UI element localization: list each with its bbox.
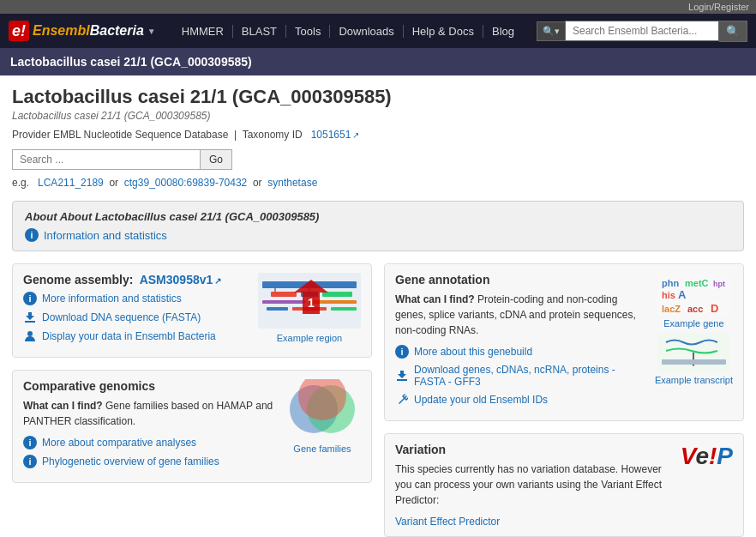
example-gene-link[interactable]: Example gene [663,318,723,329]
genome-assembly-inner: Genome assembly: ASM30958v1 i More infor… [23,273,361,348]
about-title: About About Lactobacillus casei 21/1 (GC… [25,210,731,223]
example-or-1: or [109,177,118,189]
svg-point-1 [27,331,33,336]
vel-logo: Ve!P [681,443,733,470]
svg-text:A: A [678,288,687,301]
gene-update-link-row: Update your old Ensembl IDs [395,393,646,407]
gene-annotation-content: Gene annotation What can I find? Protein… [395,273,646,412]
comparative-phylo-icon: i [23,455,37,468]
nav-blast[interactable]: BLAST [233,25,286,38]
gene-update-link[interactable]: Update your old Ensembl IDs [414,394,548,406]
vep-link[interactable]: Variant Effect Predictor [395,516,500,528]
gene-annotation-inner: Gene annotation What can I find? Protein… [395,273,733,412]
search-go-button[interactable]: Go [201,149,232,170]
annotation-arrow-badge: 1 [294,280,328,318]
genome-assembly-title: Genome assembly: ASM30958v1 [23,273,249,287]
gene-download-icon [395,369,409,383]
logo-dropdown-arrow[interactable]: ▼ [147,27,156,36]
comparative-phylo-link-row: i Phylogenetic overview of gene families [23,455,275,468]
assembly-display-link[interactable]: Display your data in Ensembl Bacteria [42,330,216,342]
svg-rect-0 [25,321,35,323]
example-gene-svg: phn metC hpt his A lacZ acc D [657,273,730,316]
nav-hmmer[interactable]: HMMER [173,25,233,38]
comparative-genomics-image: Gene families [284,379,361,455]
gene-download-link[interactable]: Download genes, cDNAs, ncRNA, proteins -… [414,364,646,388]
gene-annotation-section: Gene annotation What can I find? Protein… [384,263,744,421]
svg-text:D: D [711,302,718,315]
svg-rect-19 [397,379,407,381]
svg-text:lacZ: lacZ [662,304,681,314]
gene-annotation-images: phn metC hpt his A lacZ acc D Example ge… [655,273,733,385]
example-link-3[interactable]: synthetase [267,177,317,189]
variation-inner: Variation This species currently has no … [395,443,733,528]
search-row: Go [12,149,744,170]
assembly-download-link[interactable]: Download DNA sequence (FASTA) [42,311,201,323]
page-subtitle: Lactobacillus casei 21/1 (GCA_000309585) [12,110,744,122]
comparative-info-link[interactable]: More about comparative analyses [42,437,196,449]
taxonomy-id-link[interactable]: 1051651 [311,129,360,141]
about-info-link[interactable]: Information and statistics [44,229,167,242]
assembly-info-link[interactable]: More information and statistics [42,293,182,305]
gene-info-link[interactable]: More about this genebuild [414,346,532,358]
gene-families-venn [284,379,361,439]
nav-search-icon: 🔍▾ [537,21,565,41]
nav-search-button[interactable]: 🔍 [719,21,747,42]
variation-content: Variation This species currently has no … [395,443,672,528]
variation-title: Variation [395,443,672,456]
search-input[interactable] [12,149,201,170]
example-links: e.g. LCA211_2189 or ctg39_00080:69839-70… [12,177,744,189]
logo-area[interactable]: e! EnsemblBacteria ▼ [9,21,156,41]
assembly-display-link-row: Display your data in Ensembl Bacteria [23,329,249,343]
svg-text:hpt: hpt [713,280,725,288]
example-link-1[interactable]: LCA211_2189 [38,177,104,189]
svg-rect-32 [662,359,726,365]
gene-what-text: What can I find? Protein-coding and non-… [395,292,646,338]
assembly-download-link-row: Download DNA sequence (FASTA) [23,311,249,324]
genome-assembly-content: Genome assembly: ASM30958v1 i More infor… [23,273,249,348]
svg-rect-4 [271,292,297,297]
comparative-genomics-inner: Comparative genomics What can I find? Ge… [23,379,361,474]
breadcrumb-bar: Lactobacillus casei 21/1 (GCA_000309585) [0,48,756,75]
genome-assembly-section: Genome assembly: ASM30958v1 i More infor… [12,263,372,358]
about-info-link-row: i Information and statistics [25,228,731,242]
svg-text:phn: phn [662,278,679,288]
gene-what-label: What can I find? [395,293,475,305]
example-transcript-link[interactable]: Example transcript [655,375,733,385]
comparative-what-text: What can I find? Gene families based on … [23,398,275,429]
nav-help-docs[interactable]: Help & Docs [404,25,483,38]
nav-links: HMMER BLAST Tools Downloads Help & Docs … [173,25,537,38]
logo-icon: e! [9,21,29,41]
comparative-phylo-link[interactable]: Phylogenetic overview of gene families [42,456,219,468]
gene-download-link-row: Download genes, cDNAs, ncRNA, proteins -… [395,364,646,388]
comparative-genomics-title: Comparative genomics [23,379,275,393]
svg-rect-11 [331,307,357,311]
left-column: Genome assembly: ASM30958v1 i More infor… [12,263,372,537]
assembly-name-link[interactable]: ASM30958v1 [140,273,222,287]
login-register-link[interactable]: Login/Register [688,2,749,12]
example-link-2[interactable]: ctg39_00080:69839-70432 [124,177,247,189]
page-title: Lactobacillus casei 21/1 (GCA_000309585) [12,86,744,108]
genome-assembly-image: 1 Example region [258,273,361,343]
assembly-info-icon: i [23,292,37,305]
nav-downloads[interactable]: Downloads [330,25,403,38]
gene-info-link-row: i More about this genebuild [395,345,646,359]
breadcrumb-text: Lactobacillus casei 21/1 (GCA_000309585) [10,55,252,69]
nav-tools[interactable]: Tools [286,25,330,38]
assembly-person-icon [23,329,37,343]
right-column: Gene annotation What can I find? Protein… [384,263,744,537]
gene-info-icon: i [395,345,409,359]
nav-search: 🔍▾ 🔍 [537,21,747,42]
main-nav: e! EnsemblBacteria ▼ HMMER BLAST Tools D… [0,14,756,48]
main-content: Lactobacillus casei 21/1 (GCA_000309585)… [0,75,756,537]
gene-families-link[interactable]: Gene families [293,443,351,454]
example-region-link[interactable]: Example region [277,333,342,343]
nav-blog[interactable]: Blog [483,25,523,38]
variation-section: Variation This species currently has no … [384,433,744,537]
nav-search-input[interactable] [565,21,719,41]
assembly-download-icon [23,311,37,324]
about-info-icon: i [25,228,39,242]
svg-rect-9 [267,307,288,311]
example-prefix: e.g. [12,177,29,189]
about-box: About About Lactobacillus casei 21/1 (GC… [12,201,744,251]
svg-text:acc: acc [687,304,703,314]
